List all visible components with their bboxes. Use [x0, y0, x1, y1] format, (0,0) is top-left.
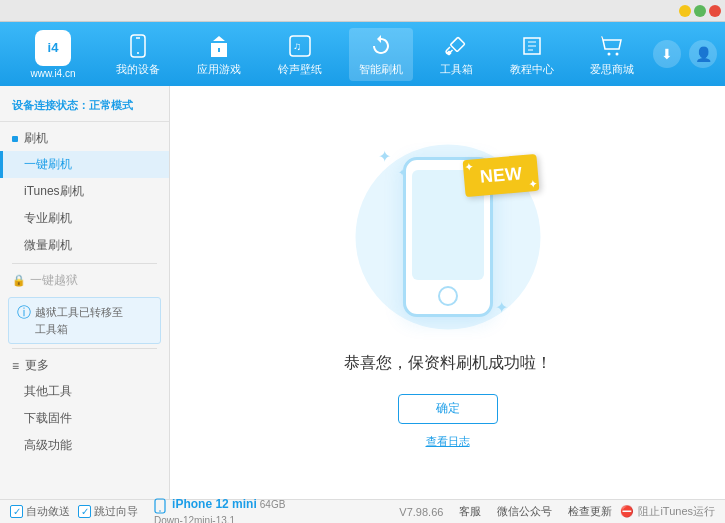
auto-follow-checkbox[interactable]: ✓ 自动敛送 [10, 504, 70, 519]
sidebar-item-download-firmware[interactable]: 下载固件 [0, 405, 169, 432]
wechat-public-link[interactable]: 微信公众号 [497, 504, 552, 519]
success-illustration: NEW ✦ ✦ ✦ [348, 137, 548, 337]
sidebar-item-battery-flash[interactable]: 微量刷机 [0, 232, 169, 259]
phone-icon [124, 32, 152, 60]
nav-item-apps-games[interactable]: 应用游戏 [187, 28, 251, 81]
lock-icon: 🔒 [12, 274, 26, 287]
nav-label-tutorials: 教程中心 [510, 62, 554, 77]
skip-wizard-label: 跳过向导 [94, 504, 138, 519]
header: i4 www.i4.cn 我的设备 应用游戏 ♫ 铃声壁纸 [0, 22, 725, 86]
nav-item-store[interactable]: 爱思商城 [580, 28, 644, 81]
customer-service-link[interactable]: 客服 [459, 504, 481, 519]
check-update-link[interactable]: 检查更新 [568, 504, 612, 519]
sparkle-3: ✦ [495, 298, 508, 317]
sidebar-section-jailbreak: 🔒 一键越狱 [0, 268, 169, 293]
sidebar: 设备连接状态：正常模式 刷机 一键刷机 iTunes刷机 专业刷机 微量刷机 🔒… [0, 86, 170, 499]
bottom-right: V7.98.66 客服 微信公众号 检查更新 [399, 504, 612, 519]
jailbreak-info-text: 越狱工具已转移至工具箱 [35, 304, 123, 337]
music-icon: ♫ [286, 32, 314, 60]
section-bullet [12, 136, 18, 142]
confirm-button[interactable]: 确定 [398, 394, 498, 424]
header-right: ⬇ 👤 [653, 40, 717, 68]
jailbreak-info-box: ⓘ 越狱工具已转移至工具箱 [8, 297, 161, 344]
section-title-flash: 刷机 [24, 130, 48, 147]
more-icon: ≡ [12, 359, 19, 373]
logo: i4 www.i4.cn [8, 30, 98, 79]
status-bar: 设备连接状态：正常模式 [0, 94, 169, 122]
nav-label-ringtones: 铃声壁纸 [278, 62, 322, 77]
bottom-bar: ✓ 自动敛送 ✓ 跳过向导 iPhone 12 mini 64GB Down-1… [0, 499, 725, 523]
device-storage: 64GB [260, 499, 286, 510]
status-value: 正常模式 [89, 99, 133, 111]
auto-follow-label: 自动敛送 [26, 504, 70, 519]
skip-wizard-checkbox[interactable]: ✓ 跳过向导 [78, 504, 138, 519]
shop-icon [598, 32, 626, 60]
device-system: Down-12mini-13.1 [154, 515, 235, 523]
skip-wizard-check-icon: ✓ [78, 505, 91, 518]
one-key-flash-label: 一键刷机 [24, 157, 72, 171]
device-name: iPhone 12 mini [172, 497, 257, 511]
nav-item-ringtones[interactable]: ♫ 铃声壁纸 [268, 28, 332, 81]
advanced-label: 高级功能 [24, 438, 72, 452]
sidebar-item-advanced[interactable]: 高级功能 [0, 432, 169, 459]
refresh-icon [367, 32, 395, 60]
logo-icon: i4 [35, 30, 71, 66]
svg-point-9 [159, 510, 161, 512]
nav-item-smart-flash[interactable]: 智能刷机 [349, 28, 413, 81]
main-area: 设备连接状态：正常模式 刷机 一键刷机 iTunes刷机 专业刷机 微量刷机 🔒… [0, 86, 725, 499]
divider-2 [12, 348, 157, 349]
stop-icon: ⛔ [620, 505, 634, 518]
logo-subtitle: www.i4.cn [30, 68, 75, 79]
sidebar-item-one-key-flash[interactable]: 一键刷机 [0, 151, 169, 178]
title-bar [0, 0, 725, 22]
battery-flash-label: 微量刷机 [24, 238, 72, 252]
sidebar-item-itunes-flash[interactable]: iTunes刷机 [0, 178, 169, 205]
divider-1 [12, 263, 157, 264]
auto-follow-check-icon: ✓ [10, 505, 23, 518]
svg-point-7 [616, 52, 619, 55]
sidebar-section-flash: 刷机 [0, 126, 169, 151]
device-info: iPhone 12 mini 64GB Down-12mini-13.1 [154, 497, 285, 523]
logo-text-icon: i4 [48, 40, 59, 55]
nav-label-smart-flash: 智能刷机 [359, 62, 403, 77]
info-icon: ⓘ [17, 304, 31, 322]
nav-label-store: 爱思商城 [590, 62, 634, 77]
itunes-flash-label: iTunes刷机 [24, 184, 84, 198]
status-label: 设备连接状态： [12, 99, 89, 111]
app-icon [205, 32, 233, 60]
nav-item-toolbox[interactable]: 工具箱 [430, 28, 483, 81]
main-content: NEW ✦ ✦ ✦ 恭喜您，保资料刷机成功啦！ 确定 查看日志 [170, 86, 725, 499]
sidebar-item-other-tools[interactable]: 其他工具 [0, 378, 169, 405]
view-log-link[interactable]: 查看日志 [426, 434, 470, 449]
section-title-jailbreak: 一键越狱 [30, 272, 78, 289]
new-badge-text: NEW [479, 163, 523, 187]
other-tools-label: 其他工具 [24, 384, 72, 398]
itunes-status-label: 阻止iTunes运行 [638, 504, 715, 519]
phone-home-btn [438, 286, 458, 306]
tool-icon [442, 32, 470, 60]
new-ribbon: NEW [462, 153, 539, 196]
device-icon [154, 498, 166, 514]
sidebar-item-pro-flash[interactable]: 专业刷机 [0, 205, 169, 232]
nav-label-toolbox: 工具箱 [440, 62, 473, 77]
version-label: V7.98.66 [399, 506, 443, 518]
sparkle-2: ✦ [398, 167, 406, 178]
nav-item-my-device[interactable]: 我的设备 [106, 28, 170, 81]
minimize-btn[interactable] [679, 5, 691, 17]
nav-label-apps-games: 应用游戏 [197, 62, 241, 77]
confirm-btn-label: 确定 [436, 400, 460, 417]
user-btn[interactable]: 👤 [689, 40, 717, 68]
success-text: 恭喜您，保资料刷机成功啦！ [344, 353, 552, 374]
nav-item-tutorials[interactable]: 教程中心 [500, 28, 564, 81]
section-title-more: 更多 [25, 357, 49, 374]
nav-label-my-device: 我的设备 [116, 62, 160, 77]
pro-flash-label: 专业刷机 [24, 211, 72, 225]
download-firmware-label: 下载固件 [24, 411, 72, 425]
nav-bar: 我的设备 应用游戏 ♫ 铃声壁纸 智能刷机 工具箱 [98, 28, 653, 81]
itunes-status: ⛔ 阻止iTunes运行 [620, 504, 715, 519]
download-btn[interactable]: ⬇ [653, 40, 681, 68]
svg-point-2 [137, 52, 139, 54]
svg-text:♫: ♫ [293, 40, 301, 52]
close-btn[interactable] [709, 5, 721, 17]
maximize-btn[interactable] [694, 5, 706, 17]
